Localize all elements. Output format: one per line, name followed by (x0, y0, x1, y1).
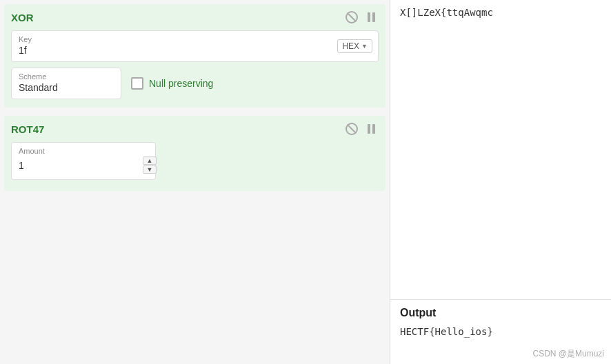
rot47-pause-bar-2 (372, 124, 375, 134)
rot47-amount-increment[interactable]: ▲ (143, 156, 157, 165)
xor-scheme-value[interactable]: Standard (19, 82, 114, 93)
input-display-area: X[]LZeX{ttqAwqmc (390, 0, 611, 299)
rot47-section: ROT47 Amount 1 ▲ ▼ (4, 116, 385, 191)
rot47-pause-bar-1 (368, 124, 370, 134)
rot47-pause-icon (368, 124, 375, 134)
xor-scheme-label: Scheme (19, 72, 114, 81)
xor-null-preserving-checkbox[interactable] (131, 77, 143, 90)
rot47-pause-button[interactable] (363, 121, 379, 136)
xor-header: XOR (11, 10, 379, 25)
rot47-amount-value[interactable]: 1 (19, 160, 24, 171)
xor-title: XOR (11, 12, 34, 23)
xor-null-preserving-label: Null preserving (149, 78, 213, 89)
xor-format-label: HEX (342, 41, 359, 51)
xor-format-dropdown[interactable]: HEX ▼ (337, 39, 372, 53)
chevron-down-icon: ▼ (361, 43, 368, 50)
rot47-header: ROT47 (11, 121, 379, 136)
left-panel: XOR Key 1f HEX ▼ (0, 0, 390, 364)
xor-controls (344, 10, 379, 25)
xor-disable-button[interactable] (344, 10, 359, 25)
rot47-disable-button[interactable] (344, 121, 359, 136)
xor-section: XOR Key 1f HEX ▼ (4, 4, 385, 108)
rot47-amount-decrement[interactable]: ▼ (143, 165, 157, 174)
output-header: Output (390, 300, 611, 323)
xor-pause-button[interactable] (363, 10, 379, 25)
input-text: X[]LZeX{ttqAwqmc (400, 7, 493, 18)
xor-scheme-row: Scheme Standard Null preserving (11, 68, 379, 99)
disable-icon (345, 11, 358, 23)
xor-null-preserving: Null preserving (131, 77, 213, 90)
rot47-disable-icon (345, 123, 358, 135)
xor-key-field: Key 1f HEX ▼ (11, 30, 379, 62)
pause-icon (368, 12, 375, 22)
rot47-amount-label: Amount (19, 147, 151, 155)
pause-bar-2 (372, 12, 375, 22)
output-section: Output HECTF{Hello_ios} CSDN @是Mumuzi (390, 299, 611, 364)
right-panel: X[]LZeX{ttqAwqmc Output HECTF{Hello_ios}… (390, 0, 611, 364)
output-value: HECTF{Hello_ios} (390, 323, 611, 344)
xor-scheme-field: Scheme Standard (11, 68, 121, 99)
rot47-amount-spinner: ▲ ▼ (143, 156, 157, 174)
xor-key-value[interactable]: 1f (19, 45, 371, 56)
watermark: CSDN @是Mumuzi (390, 344, 611, 364)
rot47-amount-field: Amount 1 ▲ ▼ (11, 142, 156, 180)
xor-key-label: Key (19, 35, 371, 43)
rot47-controls (344, 121, 379, 136)
rot47-title: ROT47 (11, 123, 44, 135)
rot47-amount-row: 1 ▲ ▼ (19, 156, 157, 174)
pause-bar-1 (368, 12, 370, 22)
